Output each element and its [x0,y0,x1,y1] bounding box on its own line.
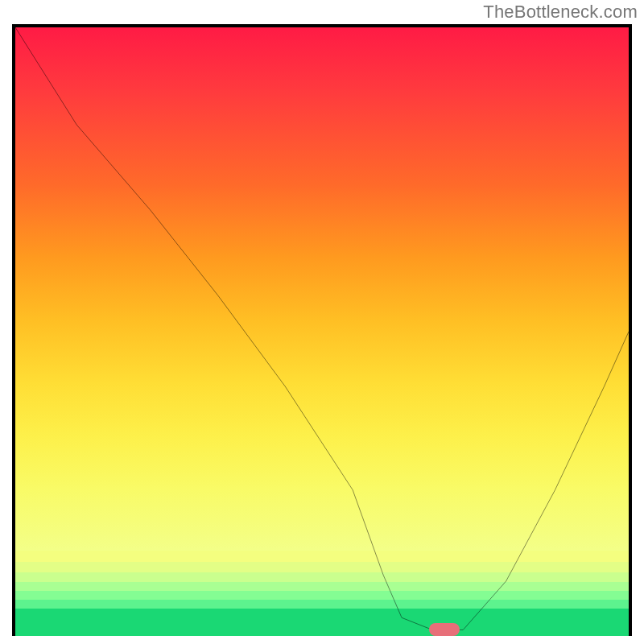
plot-frame [12,24,632,636]
bottleneck-curve [15,27,629,630]
curve-svg [15,27,629,636]
chart-stage: TheBottleneck.com [0,0,644,644]
optimal-marker [429,623,460,636]
watermark-text: TheBottleneck.com [483,2,638,23]
plot-inner [15,27,629,636]
